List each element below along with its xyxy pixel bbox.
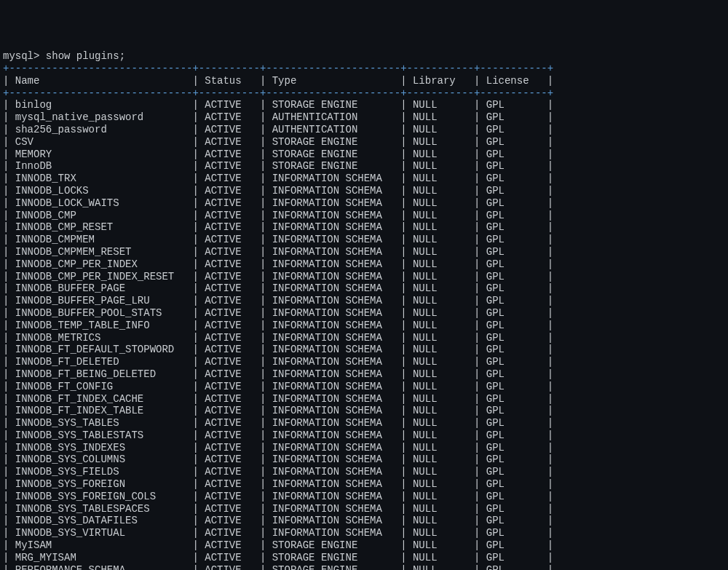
table-cell: GPL <box>480 564 547 570</box>
table-cell: NULL <box>407 185 474 197</box>
table-cell: GPL <box>480 491 547 502</box>
table-cell: INNODB_SYS_TABLESTATS <box>9 430 192 441</box>
table-cell: INFORMATION SCHEMA <box>266 503 400 515</box>
table-cell: GPL <box>480 417 547 429</box>
terminal-viewport[interactable]: mysql> show plugins;+-------------------… <box>3 50 725 570</box>
table-cell: INNODB_BUFFER_PAGE <box>9 282 192 294</box>
table-cell: NULL <box>407 221 474 233</box>
table-cell: ACTIVE <box>199 381 260 392</box>
table-cell: NULL <box>407 320 474 331</box>
table-cell: INNODB_SYS_VIRTUAL <box>9 527 192 539</box>
table-cell: NULL <box>407 282 474 294</box>
table-cell: NULL <box>407 442 474 454</box>
table-cell: INNODB_CMP_PER_INDEX <box>9 258 192 270</box>
table-cell: INNODB_SYS_FOREIGN <box>9 478 192 490</box>
table-row: | INNODB_METRICS | ACTIVE | INFORMATION … <box>3 332 725 344</box>
table-cell: ACTIVE <box>199 552 260 563</box>
table-cell: INNODB_SYS_TABLESPACES <box>9 503 192 515</box>
table-cell: NULL <box>407 503 474 515</box>
prompt-line[interactable]: mysql> show plugins; <box>3 50 725 63</box>
table-cell: AUTHENTICATION <box>266 124 400 135</box>
table-row: | INNODB_CMPMEM | ACTIVE | INFORMATION S… <box>3 234 725 246</box>
table-cell: GPL <box>480 221 547 233</box>
table-row: | INNODB_CMP_PER_INDEX_RESET | ACTIVE | … <box>3 271 725 283</box>
table-cell: GPL <box>480 527 547 539</box>
table-cell: ACTIVE <box>199 234 260 245</box>
table-cell: mysql_native_password <box>9 111 192 123</box>
table-cell: ACTIVE <box>199 282 260 294</box>
table-cell: CSV <box>9 136 192 148</box>
table-cell: INNODB_LOCK_WAITS <box>9 197 192 209</box>
table-cell: NULL <box>407 136 474 148</box>
table-cell: GPL <box>480 99 547 111</box>
table-row: | INNODB_SYS_FIELDS | ACTIVE | INFORMATI… <box>3 466 725 478</box>
table-cell: NULL <box>407 466 474 478</box>
table-cell: ACTIVE <box>199 503 260 515</box>
table-cell: INFORMATION SCHEMA <box>266 381 400 392</box>
table-cell: INFORMATION SCHEMA <box>266 515 400 526</box>
table-cell: INFORMATION SCHEMA <box>266 527 400 539</box>
table-cell: InnoDB <box>9 160 192 172</box>
table-cell: NULL <box>407 515 474 526</box>
table-row: | INNODB_SYS_COLUMNS | ACTIVE | INFORMAT… <box>3 454 725 466</box>
table-row: | INNODB_BUFFER_POOL_STATS | ACTIVE | IN… <box>3 307 725 320</box>
table-cell: ACTIVE <box>199 527 260 539</box>
table-cell: ACTIVE <box>199 393 260 405</box>
table-cell: GPL <box>480 368 547 380</box>
table-cell: INNODB_BUFFER_POOL_STATS <box>9 307 192 319</box>
table-cell: STORAGE ENGINE <box>266 564 400 570</box>
table-cell: NULL <box>407 173 474 184</box>
table-cell: INNODB_CMPMEM <box>9 234 192 245</box>
table-row: | INNODB_SYS_VIRTUAL | ACTIVE | INFORMAT… <box>3 527 725 539</box>
table-cell: GPL <box>480 381 547 392</box>
table-cell: ACTIVE <box>199 478 260 490</box>
table-cell: GPL <box>480 124 547 135</box>
table-cell: ACTIVE <box>199 136 260 148</box>
table-cell: ACTIVE <box>199 258 260 270</box>
table-cell: INNODB_SYS_FIELDS <box>9 466 192 478</box>
table-cell: NULL <box>407 210 474 221</box>
table-row: | INNODB_SYS_TABLES | ACTIVE | INFORMATI… <box>3 417 725 430</box>
table-row: | InnoDB | ACTIVE | STORAGE ENGINE | NUL… <box>3 160 725 173</box>
table-cell: NULL <box>407 258 474 270</box>
table-cell: ACTIVE <box>199 210 260 221</box>
table-cell: INNODB_SYS_DATAFILES <box>9 515 192 526</box>
table-cell: INNODB_CMPMEM_RESET <box>9 246 192 258</box>
table-cell: ACTIVE <box>199 160 260 172</box>
table-cell: ACTIVE <box>199 185 260 197</box>
table-row: | INNODB_TEMP_TABLE_INFO | ACTIVE | INFO… <box>3 320 725 332</box>
table-cell: NULL <box>407 430 474 441</box>
table-cell: GPL <box>480 356 547 368</box>
table-cell: NULL <box>407 454 474 465</box>
table-cell: INFORMATION SCHEMA <box>266 356 400 368</box>
table-cell: GPL <box>480 320 547 331</box>
table-row: | INNODB_SYS_DATAFILES | ACTIVE | INFORM… <box>3 515 725 527</box>
column-header: Status <box>199 75 260 87</box>
table-cell: INNODB_LOCKS <box>9 185 192 197</box>
table-cell: ACTIVE <box>199 246 260 258</box>
table-row: | MEMORY | ACTIVE | STORAGE ENGINE | NUL… <box>3 149 725 161</box>
table-cell: GPL <box>480 478 547 490</box>
table-cell: ACTIVE <box>199 124 260 135</box>
column-header: Name <box>9 75 192 87</box>
table-cell: ACTIVE <box>199 442 260 454</box>
table-row: | mysql_native_password | ACTIVE | AUTHE… <box>3 111 725 124</box>
table-cell: NULL <box>407 405 474 416</box>
table-cell: ACTIVE <box>199 149 260 160</box>
table-cell: INFORMATION SCHEMA <box>266 491 400 502</box>
table-cell: GPL <box>480 282 547 294</box>
table-cell: GPL <box>480 258 547 270</box>
table-cell: ACTIVE <box>199 99 260 111</box>
table-cell: NULL <box>407 99 474 111</box>
table-cell: ACTIVE <box>199 356 260 368</box>
table-row: | INNODB_LOCK_WAITS | ACTIVE | INFORMATI… <box>3 197 725 210</box>
table-cell: ACTIVE <box>199 430 260 441</box>
table-cell: INFORMATION SCHEMA <box>266 332 400 344</box>
shell-prompt: mysql> <box>3 50 39 62</box>
table-cell: ACTIVE <box>199 491 260 502</box>
table-cell: INFORMATION SCHEMA <box>266 295 400 306</box>
table-cell: INFORMATION SCHEMA <box>266 405 400 416</box>
table-cell: NULL <box>407 307 474 319</box>
table-row: | INNODB_SYS_TABLESPACES | ACTIVE | INFO… <box>3 503 725 515</box>
table-row: | INNODB_SYS_FOREIGN | ACTIVE | INFORMAT… <box>3 478 725 491</box>
